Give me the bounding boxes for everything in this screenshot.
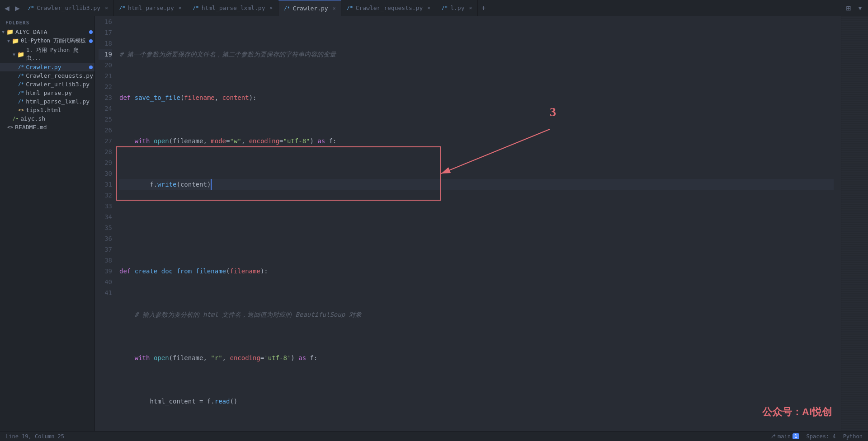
file-sh-icon: /• [13,116,19,122]
code-line-20 [119,222,834,233]
function-name: save_to_file [135,92,180,103]
sidebar-item-1py[interactable]: ▼ 📁 1. 巧用 Python 爬虫... [0,46,94,63]
tab-label: html_parse.py [128,5,174,11]
tab-icon: /* [193,5,198,11]
line-num-36: 36 [99,233,112,244]
tab-label: html_parse_lxml.py [202,5,265,11]
line-num-39: 39 [99,266,112,277]
sidebar-item-readme[interactable]: <> README.md [0,123,94,131]
line-num-24: 24 [99,103,112,114]
file-label: Crawler_requests.py [26,72,93,79]
sidebar-item-01python[interactable]: ▼ 📁 01-Python 万能代码模板 [0,36,94,46]
tab-icon: /* [347,5,353,11]
line-num-18: 18 [99,38,112,49]
code-line-21: def create_doc_from_filename(filename): [119,266,834,277]
code-line-16: # 第一个参数为所要保存的文件名，第二个参数为要保存的字符串内容的变量 [119,49,834,60]
sidebar-item-aiyc-data[interactable]: ▼ 📁 AIYC_DATA [0,28,94,36]
line-num-19: 19 [99,49,112,60]
tab-icon: /* [442,5,448,11]
tab-lpy[interactable]: /* l.py ✕ [436,0,478,16]
text-cursor [211,179,215,190]
more-actions-btn[interactable]: ▾ [856,0,864,16]
sidebar-item-html-parse-lxml[interactable]: /* html_parse_lxml.py [0,97,94,106]
split-editor-btn[interactable]: ⊞ [843,0,854,16]
tab-icon: /* [119,5,125,11]
sidebar-item-html-parse[interactable]: /* html_parse.py [0,89,94,97]
sidebar-item-crawler-requests[interactable]: /* Crawler_requests.py [0,71,94,80]
comment-text: # 第一个参数为所要保存的文件名，第二个参数为要保存的字符串内容的变量 [119,49,336,60]
tab-label: Crawler_urllib3.py [37,5,100,11]
tab-next-btn[interactable]: ▶ [12,0,23,16]
sidebar-item-aiyc-sh[interactable]: /• aiyc.sh [0,114,94,123]
minimap [841,16,868,431]
file-label: aiyc.sh [20,115,45,122]
line-num-33: 33 [99,201,112,211]
tab-prev-btn[interactable]: ◀ [2,0,12,16]
folder-icon: 📁 [17,51,24,58]
file-py-icon: /* [18,73,24,79]
keyword-with: with [135,136,154,146]
file-html-icon: <> [18,107,24,113]
code-annotation-box [116,146,441,201]
sidebar-item-crawler-urllib3[interactable]: /* Crawler_urllib3.py [0,80,94,89]
code-line-23: with open(filename, "r", encoding='utf-8… [119,352,834,363]
tab-close-btn[interactable]: ✕ [270,5,273,11]
folder-icon: 📁 [12,38,19,44]
line-num-38: 38 [99,255,112,266]
folder-icon: 📁 [6,28,14,35]
status-branch: ⎇ main 1 [769,433,799,440]
tab-close-btn[interactable]: ✕ [333,5,336,11]
tab-add-btn[interactable]: + [478,0,489,16]
file-label: html_parse.py [26,89,72,96]
tab-close-btn[interactable]: ✕ [427,5,430,11]
file-md-icon: <> [7,124,13,130]
file-py-icon: /* [18,90,24,96]
file-label: README.md [15,124,47,131]
editor-area: 16 17 18 19 20 21 22 23 24 25 26 27 28 2… [95,16,868,431]
branch-icon: ⎇ [769,433,776,440]
code-line-22: # 输入参数为要分析的 html 文件名，返回值为对应的 BeautifulSo… [119,309,834,320]
code-line-24: html_content = f.read() [119,396,834,407]
modified-dot [89,66,93,69]
line-num-31: 31 [99,179,112,190]
code-content[interactable]: # 第一个参数为所要保存的文件名，第二个参数为要保存的字符串内容的变量 def … [116,16,841,431]
line-num-40: 40 [99,277,112,287]
tab-crawler[interactable]: /* Crawler.py ✕ [278,0,341,16]
main-layout: FOLDERS ▼ 📁 AIYC_DATA ▼ 📁 01-Python 万能代码… [0,16,868,431]
file-py-icon: /* [18,99,24,104]
watermark-text: 公众号：AI悦创 [762,407,832,418]
keyword: def [119,92,135,103]
param2: content [222,92,249,103]
tab-html-parse[interactable]: /* html_parse.py ✕ [114,0,188,16]
code-line-19: f.write(content) [119,179,834,190]
tab-close-btn[interactable]: ✕ [179,5,182,11]
tab-crawler-urllib3[interactable]: /* Crawler_urllib3.py ✕ [23,0,114,16]
sidebar-item-crawler-py[interactable]: /* Crawler.py [0,63,94,71]
sidebar-item-tips1-html[interactable]: <> tips1.html [0,106,94,114]
file-label: Crawler.py [26,64,61,70]
line-num-30: 30 [99,168,112,179]
code-line-18: with open(filename, mode="w", encoding="… [119,136,834,146]
tab-close-btn[interactable]: ✕ [105,5,108,11]
status-right: ⎇ main 1 Spaces: 4 Python [769,433,863,440]
status-bar: Line 19, Column 25 ⎇ main 1 Spaces: 4 Py… [0,431,868,441]
line-num-22: 22 [99,81,112,92]
code-line-17: def save_to_file(filename, content): [119,92,834,103]
status-position: Line 19, Column 25 [5,433,64,440]
line-num-35: 35 [99,222,112,233]
tab-html-parse-lxml[interactable]: /* html_parse_lxml.py ✕ [187,0,278,16]
line-num-17: 17 [99,27,112,38]
annotation-number-3: 3 [550,107,556,117]
line-num-32: 32 [99,190,112,201]
tab-label: Crawler.py [292,5,328,12]
tab-label: l.py [450,5,464,11]
line-num-25: 25 [99,114,112,125]
line-num-29: 29 [99,157,112,168]
folder-label: AIYC_DATA [15,28,47,35]
code-container[interactable]: 16 17 18 19 20 21 22 23 24 25 26 27 28 2… [95,16,868,431]
folder-label: 01-Python 万能代码模板 [21,37,86,45]
tab-crawler-requests[interactable]: /* Crawler_requests.py ✕ [341,0,436,16]
tab-close-btn[interactable]: ✕ [469,5,472,11]
tab-icon: /* [284,5,290,11]
line-num-26: 26 [99,125,112,136]
